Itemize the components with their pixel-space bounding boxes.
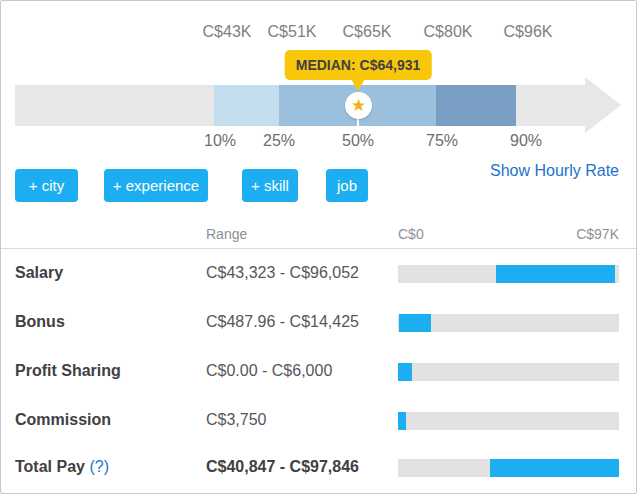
row-range-value: C$487.96 - C$14,425 (206, 313, 391, 331)
show-hourly-rate-link[interactable]: Show Hourly Rate (490, 162, 619, 180)
percentile-tick-label: 50% (342, 132, 374, 150)
percentile-bar-arrowhead (585, 77, 621, 133)
percentile-value-label: C$80K (424, 23, 473, 41)
row-bar-track (398, 412, 619, 430)
percentile-segment-75-90 (436, 85, 516, 126)
row-label: Profit Sharing (15, 362, 195, 380)
median-callout-pointer (351, 79, 365, 91)
row-bar-track (398, 459, 619, 477)
percentile-tick-label: 25% (263, 132, 295, 150)
column-header-axis-max: C$97K (576, 226, 619, 242)
row-bar-track (398, 314, 619, 332)
row-bar-fill (496, 265, 615, 283)
add-city-button[interactable]: + city (15, 169, 78, 202)
table-divider (1, 248, 636, 249)
percentile-bar (15, 85, 585, 126)
row-bar-track (398, 363, 619, 381)
row-label: Total Pay (?) (15, 458, 195, 476)
row-label: Salary (15, 264, 195, 282)
median-callout: MEDIAN: C$64,931 (285, 50, 432, 80)
row-label: Commission (15, 411, 195, 429)
row-bar-fill (398, 363, 412, 381)
row-range-value: C$3,750 (206, 411, 391, 429)
add-experience-button[interactable]: + experience (104, 169, 208, 202)
median-dashed-line (357, 118, 359, 127)
percentile-value-label: C$65K (343, 23, 392, 41)
salary-report-widget: C$43K C$51K C$65K C$80K C$96K MEDIAN: C$… (0, 0, 637, 494)
column-header-axis-min: C$0 (398, 226, 424, 242)
percentile-value-label: C$96K (504, 23, 553, 41)
percentile-tick-label: 10% (204, 132, 236, 150)
percentile-value-label: C$43K (203, 23, 252, 41)
total-pay-help-icon[interactable]: (?) (89, 458, 109, 475)
column-header-range: Range (206, 226, 247, 242)
row-bar-fill (399, 314, 430, 332)
row-bar-fill (490, 459, 619, 477)
row-range-value: C$0.00 - C$6,000 (206, 362, 391, 380)
percentile-tick-label: 75% (426, 132, 458, 150)
row-label-text: Total Pay (15, 458, 85, 475)
median-star-icon[interactable]: ★ (345, 92, 372, 119)
percentile-value-label: C$51K (268, 23, 317, 41)
percentile-segment-10-25 (214, 85, 279, 126)
row-label: Bonus (15, 313, 195, 331)
job-button[interactable]: job (326, 169, 368, 202)
row-bar-fill (398, 412, 406, 430)
add-skill-button[interactable]: + skill (242, 169, 298, 202)
row-range-value: C$43,323 - C$96,052 (206, 264, 391, 282)
row-range-value: C$40,847 - C$97,846 (206, 458, 391, 476)
percentile-tick-label: 90% (510, 132, 542, 150)
row-bar-track (398, 265, 619, 283)
